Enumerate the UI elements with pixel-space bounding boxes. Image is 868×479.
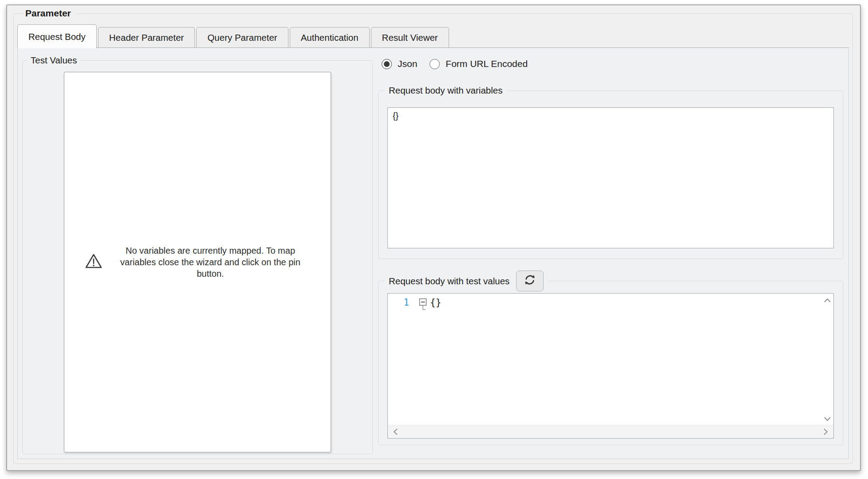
radio-form-url-label: Form URL Encoded: [446, 59, 528, 69]
scroll-up-icon[interactable]: [824, 298, 831, 303]
sync-refresh-icon: [523, 273, 537, 289]
vertical-scrollbar[interactable]: [821, 294, 833, 425]
request-body-variables-input[interactable]: {}: [387, 107, 834, 248]
parameter-group-title: Parameter: [24, 8, 75, 19]
tab-query-parameter[interactable]: Query Parameter: [196, 27, 288, 48]
radio-json-label: Json: [398, 59, 417, 69]
no-variables-warning: No variables are currently mapped. To ma…: [74, 245, 321, 279]
no-variables-message: No variables are currently mapped. To ma…: [110, 245, 311, 279]
collapse-region-icon[interactable]: [419, 298, 428, 314]
wizard-window: Parameter Request Body Header Parameter …: [6, 4, 861, 471]
radio-form-url-unselected[interactable]: [430, 59, 440, 69]
tab-bar: Request Body Header Parameter Query Para…: [17, 24, 849, 48]
request-body-test-values-title: Request body with test values: [389, 276, 509, 287]
radio-option-form-url-encoded[interactable]: Form URL Encoded: [430, 59, 528, 69]
radio-json-selected[interactable]: [382, 59, 392, 69]
tab-header-parameter[interactable]: Header Parameter: [98, 27, 195, 48]
tab-authentication[interactable]: Authentication: [290, 27, 370, 48]
editor-code: {}: [430, 298, 441, 308]
request-body-test-values-group: Request body with test values: [378, 271, 843, 445]
request-body-variables-title: Request body with variables: [385, 85, 506, 96]
scroll-right-icon[interactable]: [823, 428, 828, 436]
test-values-listbox[interactable]: No variables are currently mapped. To ma…: [64, 72, 331, 452]
horizontal-scrollbar[interactable]: [388, 425, 833, 438]
tab-request-body[interactable]: Request Body: [17, 24, 97, 48]
tab-result-viewer[interactable]: Result Viewer: [371, 27, 449, 48]
refresh-button[interactable]: [516, 271, 544, 291]
test-values-title: Test Values: [27, 55, 80, 66]
warning-triangle-icon: [84, 253, 103, 271]
tab-content-request-body: Test Values No variables are currently m…: [17, 47, 849, 459]
body-format-radio-group: Json Form URL Encoded: [382, 59, 843, 69]
request-body-test-values-editor[interactable]: 1 {}: [387, 293, 834, 439]
radio-option-json[interactable]: Json: [382, 59, 417, 69]
parameter-group: Parameter Request Body Header Parameter …: [13, 8, 853, 464]
editor-line-1: 1 {}: [388, 294, 833, 314]
request-body-variables-group: Request body with variables {}: [378, 85, 843, 259]
request-body-panel: Json Form URL Encoded Request body with …: [378, 48, 843, 455]
line-number: 1: [388, 298, 409, 308]
test-values-group: Test Values No variables are currently m…: [22, 55, 373, 454]
scroll-left-icon[interactable]: [393, 428, 398, 436]
scroll-down-icon[interactable]: [824, 416, 831, 421]
